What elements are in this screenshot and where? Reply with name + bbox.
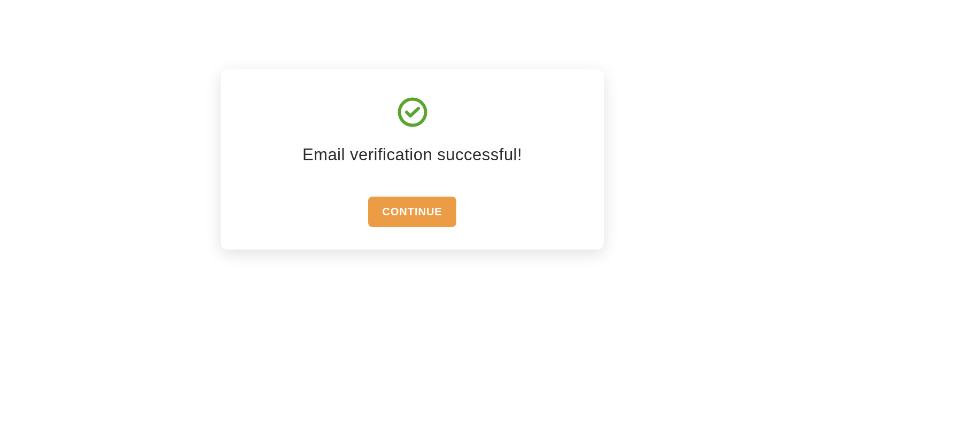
verification-card: Email verification successful! CONTINUE [221, 69, 604, 249]
verification-heading: Email verification successful! [302, 145, 522, 165]
continue-button[interactable]: CONTINUE [368, 197, 456, 227]
check-circle-icon [398, 97, 427, 127]
